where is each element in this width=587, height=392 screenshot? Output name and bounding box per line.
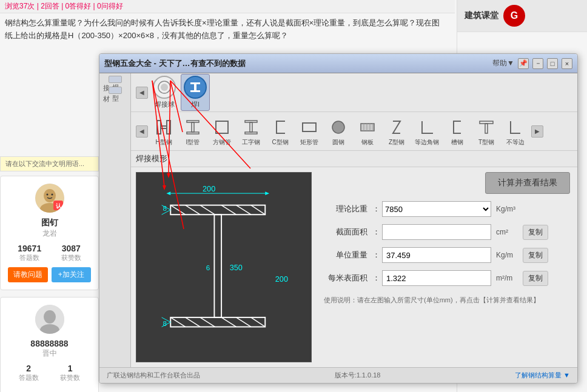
mat-I[interactable]: I型管 (179, 115, 206, 148)
stat-answers-2: 2 答题数 (19, 364, 39, 382)
mat-H-label: H型钢 (155, 138, 172, 147)
nav-back-button[interactable]: ◀ (136, 87, 148, 99)
mat-angle-label: 等边角钢 (415, 138, 439, 147)
mat-worker[interactable]: 工字钢 (238, 115, 264, 148)
area-sep: ： (372, 227, 377, 238)
svg-rect-36 (138, 173, 310, 362)
mat-plate-shape (357, 116, 378, 138)
svg-rect-35 (485, 124, 488, 133)
svg-text:200: 200 (275, 275, 288, 284)
top-icon-bar: ◀ 焊接球 (131, 73, 577, 112)
svg-rect-17 (161, 126, 167, 128)
svg-rect-23 (250, 122, 252, 132)
mat-round[interactable]: 圆钢 (325, 115, 352, 148)
svg-point-4 (51, 194, 53, 196)
ask-button[interactable]: 请教问题 (8, 267, 48, 282)
mat-nav-fwd[interactable]: ▶ (531, 125, 543, 138)
svg-rect-25 (303, 123, 316, 131)
weld-ball-tool[interactable]: 焊接球 (150, 75, 178, 110)
mat-plate[interactable]: 钢板 (354, 115, 381, 148)
avatar-2 (35, 305, 64, 334)
weld-label[interactable]: 焊接 (109, 76, 122, 83)
area-input[interactable] (382, 224, 491, 240)
restore-button[interactable]: □ (547, 58, 558, 69)
sidebar-title: 建筑课堂 G (457, 0, 587, 32)
surface-input[interactable] (382, 270, 491, 286)
mat-worker-label: 工字钢 (242, 138, 260, 147)
stat-likes-1: 3087 获赞数 (61, 244, 81, 262)
area-unit: cm² (496, 228, 518, 236)
user-stats-2: 2 答题数 1 获赞数 (8, 364, 91, 382)
mat-rect-shape (298, 116, 320, 138)
weld-i-tool[interactable]: 焊I (181, 74, 210, 111)
mat-nav-back[interactable]: ◀ (136, 125, 148, 138)
weld-ball-label: 焊接球 (155, 100, 175, 109)
mat-square-label: 方钢管 (213, 138, 231, 147)
svg-rect-12 (190, 82, 200, 84)
mat-C-shape (269, 116, 291, 138)
weight-copy-button[interactable]: 复制 (523, 248, 548, 263)
mat-plate-label: 钢板 (361, 138, 374, 147)
mat-round-label: 圆钢 (332, 138, 344, 147)
mat-unequal-label: 不等边 (506, 138, 525, 147)
chat-prompt: 请在以下交流中文明用语... (0, 156, 99, 171)
mat-square[interactable]: 方钢管 (209, 115, 235, 148)
stat-answers-1: 19671 答题数 (18, 244, 41, 262)
svg-text:200: 200 (203, 185, 215, 193)
svg-text:350: 350 (230, 264, 243, 272)
mat-angle[interactable]: 等边角钢 (412, 115, 441, 148)
user-card-1: 认 图钉 龙岩 19671 答题数 3087 获赞数 请教问题 +加关注 (0, 176, 99, 290)
svg-rect-20 (187, 132, 199, 134)
svg-rect-24 (245, 132, 257, 134)
mat-unequal[interactable]: 不等边 (502, 115, 529, 148)
user-name-1: 图钉 (8, 218, 91, 228)
mat-T[interactable]: T型钢 (473, 115, 500, 148)
user-name-2: 88888888 (8, 339, 91, 348)
controls-area: 计算并查看结果 理论比重 ： 7850 Kg/m³ 截面面积 ： (317, 167, 577, 367)
svg-text:6: 6 (206, 264, 210, 271)
material-bar: ◀ H型钢 (131, 112, 577, 151)
svg-rect-21 (216, 121, 228, 133)
mat-unequal-shape (505, 116, 526, 138)
mat-channel[interactable]: 槽钢 (444, 115, 471, 148)
dialog-body: 焊接 型材 ◀ 焊接球 (99, 73, 577, 367)
question-text: 钢结构怎么算重量呢？为什么我问的时候有人告诉我长度×理论重量，还有人说是截面积×… (5, 17, 441, 42)
mat-H-shape (153, 116, 175, 138)
surface-copy-button[interactable]: 复制 (523, 271, 548, 286)
main-content: ◀ 焊接球 (131, 73, 577, 367)
pin-button[interactable]: 📌 (518, 58, 529, 69)
svg-rect-19 (192, 122, 194, 132)
svg-point-26 (332, 121, 344, 133)
content-area: 200 8 6 350 200 8 (131, 167, 577, 367)
mat-angle-shape (416, 116, 438, 138)
footer-version: 版本号:1.1.0.18 (335, 371, 381, 380)
mat-Z-shape (386, 116, 408, 138)
mat-C[interactable]: C型钢 (267, 115, 294, 148)
follow-button[interactable]: +加关注 (52, 267, 92, 282)
user-actions-1: 请教问题 +加关注 (8, 267, 91, 282)
mat-H[interactable]: H型钢 (150, 115, 177, 148)
surface-label: 每米表面积 (324, 273, 367, 284)
help-button[interactable]: 帮助▼ (492, 58, 514, 68)
minimize-button[interactable]: － (532, 58, 543, 69)
surface-unit: m²/m (496, 274, 518, 282)
mat-T-shape (475, 116, 497, 138)
user-card-2: 88888888 晋中 2 答题数 1 获赞数 (0, 297, 99, 392)
calc-button[interactable]: 计算并查看结果 (485, 172, 570, 194)
dialog-footer: 广联达钢结构和工作台联合出品 版本号:1.1.0.18 了解钢结构算量 ▼ (99, 367, 577, 383)
weight-input[interactable] (382, 247, 491, 263)
mat-rect[interactable]: 矩形管 (296, 115, 323, 148)
dialog-controls: 帮助▼ 📌 － □ × (492, 58, 572, 69)
mat-Z[interactable]: Z型钢 (383, 115, 410, 148)
close-button[interactable]: × (562, 58, 572, 69)
density-select[interactable]: 7850 (382, 201, 491, 217)
stats-text: 浏览37次 | 2回答 | 0答得好 | 0问得好 (5, 1, 123, 12)
footer-right[interactable]: 了解钢结构算量 ▼ (515, 371, 570, 380)
svg-text:认: 认 (55, 203, 61, 209)
footer-left: 广联达钢结构和工作台联合出品 (107, 371, 200, 380)
drawing-area: 200 8 6 350 200 8 (136, 172, 312, 362)
weld-section-header: 焊接模形 (131, 151, 577, 167)
area-copy-button[interactable]: 复制 (523, 225, 548, 240)
material-label[interactable]: 型材 (109, 87, 122, 94)
weight-unit: Kg/m (496, 251, 518, 259)
